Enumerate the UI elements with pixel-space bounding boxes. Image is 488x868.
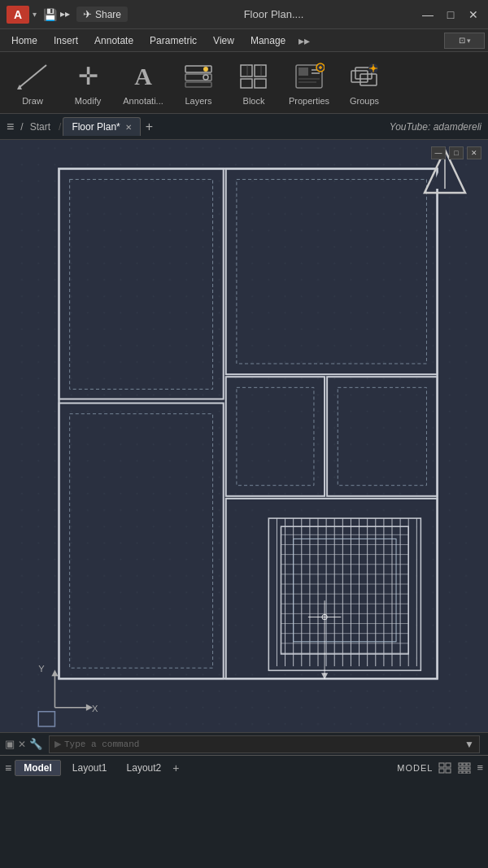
draw-icon — [13, 60, 52, 93]
tool-block[interactable]: Block — [228, 56, 280, 110]
youtube-credit: YouTube: adamdereli — [390, 121, 481, 133]
annotate-icon: A — [124, 60, 163, 93]
modify-icon: ✛ — [68, 60, 107, 93]
svg-rect-94 — [446, 769, 451, 773]
tool-modify[interactable]: ✛ Modify — [62, 56, 114, 110]
svg-rect-95 — [459, 763, 462, 765]
status-icon-box: ▣ — [5, 738, 15, 750]
drawing-close[interactable]: ✕ — [467, 146, 481, 159]
drawing-minimize[interactable]: — — [431, 146, 446, 159]
model-tab[interactable]: Model — [15, 760, 61, 776]
svg-rect-103 — [467, 771, 470, 774]
draw-label: Draw — [22, 96, 43, 106]
title-bar: A ▾ 💾 ▸▸ ✈ Share Floor Plan.... — □ ✕ — [0, 0, 488, 29]
window-controls: — □ ✕ — [420, 7, 481, 23]
status-bar: ▣ ✕ 🔧 ▶ Type a command ▼ — [0, 732, 488, 755]
forward-icon[interactable]: ▸▸ — [60, 8, 70, 21]
layout2-tab[interactable]: Layout2 — [119, 761, 170, 775]
svg-rect-92 — [446, 763, 451, 767]
command-input-area[interactable]: ▶ Type a command ▼ — [49, 735, 480, 753]
svg-rect-9 — [241, 79, 252, 88]
svg-rect-4 — [185, 82, 211, 87]
tab-menu-icon[interactable]: ≡ — [7, 120, 14, 134]
svg-rect-7 — [241, 65, 252, 76]
svg-rect-14 — [298, 68, 308, 76]
app-logo[interactable]: A — [7, 6, 29, 24]
menu-home[interactable]: Home — [3, 33, 46, 49]
svg-rect-99 — [463, 767, 466, 770]
drawing-mini-controls: — □ ✕ — [431, 146, 481, 159]
svg-text:Y: Y — [38, 664, 45, 674]
layout-options-icon[interactable]: ≡ — [477, 761, 483, 774]
tab-close-icon[interactable]: ✕ — [125, 123, 132, 132]
settings-icon[interactable]: 🔧 — [29, 738, 42, 750]
tab-active[interactable]: Floor Plan* ✕ — [63, 117, 140, 136]
tab-bar: ≡ / Start / Floor Plan* ✕ + YouTube: ada… — [0, 114, 488, 140]
title-bar-dropdown[interactable]: ▾ — [33, 10, 37, 19]
share-button[interactable]: ✈ Share — [76, 7, 128, 22]
svg-line-0 — [19, 65, 46, 88]
workspace-selector[interactable]: ⊡ ▾ — [444, 33, 485, 49]
menu-annotate[interactable]: Annotate — [86, 33, 142, 49]
add-layout-button[interactable]: + — [172, 761, 179, 774]
block-icon — [234, 60, 273, 93]
tab-add-button[interactable]: + — [146, 120, 153, 134]
maximize-button[interactable]: □ — [442, 7, 459, 23]
layout1-tab[interactable]: Layout1 — [64, 761, 115, 775]
layout-bar: ≡ Model Layout1 Layout2 + MODEL — [0, 755, 488, 779]
svg-point-6 — [203, 75, 208, 80]
command-dropdown[interactable]: ▼ — [464, 739, 474, 750]
menu-parametric[interactable]: Parametric — [142, 33, 205, 49]
layout-right-controls: MODEL ≡ — [397, 761, 483, 774]
svg-rect-102 — [463, 771, 466, 774]
window-title: Floor Plan.... — [128, 8, 420, 20]
grid-view-icon[interactable] — [438, 761, 452, 774]
properties-icon — [290, 60, 329, 93]
layers-label: Layers — [185, 96, 211, 106]
tool-groups[interactable]: Groups — [338, 56, 390, 110]
groups-label: Groups — [350, 96, 379, 106]
menu-view[interactable]: View — [205, 33, 242, 49]
svg-rect-96 — [463, 763, 466, 765]
tool-draw[interactable]: Draw — [7, 56, 59, 110]
annotate-label: Annotati... — [123, 96, 163, 106]
svg-rect-91 — [439, 763, 444, 767]
svg-rect-24 — [360, 74, 377, 85]
menu-right-controls: ⊡ ▾ — [444, 33, 485, 49]
share-icon: ✈ — [83, 8, 92, 20]
menu-overflow[interactable]: ▸▸ — [294, 33, 315, 49]
layout-menu-icon[interactable]: ≡ — [5, 761, 11, 774]
minimize-button[interactable]: — — [420, 7, 436, 23]
cancel-icon[interactable]: ✕ — [18, 739, 26, 750]
command-prompt: Type a command — [64, 739, 139, 749]
floor-plan: Y X — [0, 140, 488, 732]
groups-icon — [345, 60, 384, 93]
drawing-area[interactable]: — □ ✕ — [0, 140, 488, 732]
svg-text:X: X — [92, 704, 98, 713]
save-icon[interactable]: 💾 — [43, 8, 57, 21]
menu-manage[interactable]: Manage — [242, 33, 294, 49]
svg-rect-93 — [439, 769, 444, 773]
tab-start[interactable]: Start — [24, 118, 57, 136]
tool-annotate[interactable]: A Annotati... — [117, 56, 169, 110]
block-label: Block — [243, 96, 265, 106]
toolbar: Draw ✛ Modify A Annotati... Layers — [0, 52, 488, 114]
list-view-icon[interactable] — [457, 761, 472, 774]
layers-icon — [179, 60, 218, 93]
svg-rect-101 — [459, 771, 462, 774]
tool-layers[interactable]: Layers — [172, 56, 224, 110]
drawing-maximize[interactable]: □ — [449, 146, 464, 159]
menu-insert[interactable]: Insert — [46, 33, 86, 49]
menu-bar: Home Insert Annotate Parametric View Man… — [0, 29, 488, 52]
tool-properties[interactable]: Properties — [283, 56, 335, 110]
svg-rect-98 — [459, 767, 462, 770]
title-bar-icons: 💾 ▸▸ — [43, 8, 70, 21]
svg-point-5 — [203, 67, 208, 72]
breadcrumb-sep: / — [59, 121, 61, 133]
svg-rect-10 — [255, 79, 266, 88]
svg-rect-8 — [255, 65, 266, 76]
cmd-prompt-icon: ▶ — [54, 739, 61, 749]
properties-label: Properties — [289, 96, 329, 106]
close-button[interactable]: ✕ — [465, 7, 481, 23]
svg-rect-97 — [467, 763, 470, 765]
